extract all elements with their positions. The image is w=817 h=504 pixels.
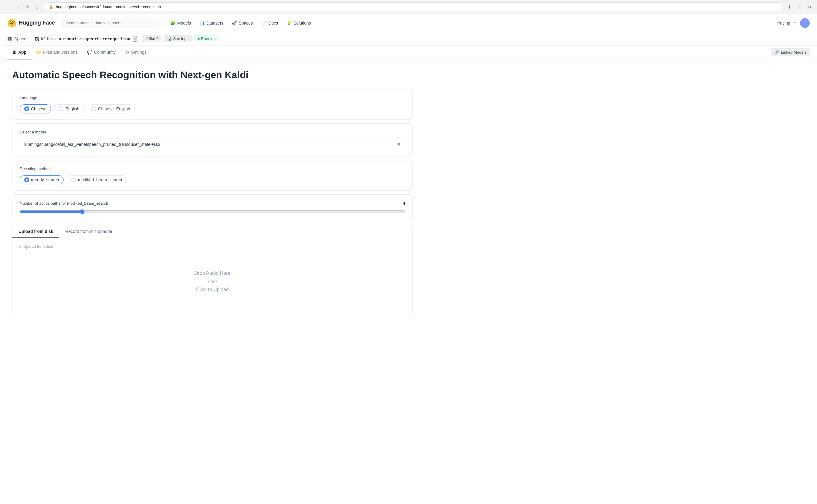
chinese-english-radio-circle — [91, 106, 96, 111]
chinese-radio-label: Chinese — [31, 106, 46, 111]
decoding-option-beam[interactable]: modified_beam_search — [67, 175, 127, 184]
spaces-label: Spaces — [239, 21, 253, 25]
upload-section: Upload from disk Record from microphone … — [12, 225, 413, 317]
hf-navbar: 🤗 Hugging Face 🧩 Models 📊 Datasets 🚀 Spa… — [0, 14, 817, 32]
org-avatar-icon: 🖼 — [35, 36, 39, 41]
upload-disk-tab[interactable]: Upload from disk — [12, 225, 59, 238]
upload-tabs: Upload from disk Record from microphone — [12, 225, 412, 238]
breadcrumb-org[interactable]: k2-fsa — [41, 36, 53, 41]
upload-disk-tab-label: Upload from disk — [18, 229, 53, 234]
browser-nav-buttons: ← → ↺ ⌂ — [4, 3, 41, 11]
page-title: Automatic Speech Recognition with Next-g… — [12, 69, 413, 81]
url-text: huggingface.co/spaces/k2-fsa/automatic-s… — [56, 5, 161, 9]
models-icon: 🧩 — [170, 21, 175, 25]
record-mic-tab[interactable]: Record from microphone — [59, 225, 118, 238]
nav-solutions[interactable]: 💡 Solutions — [283, 18, 315, 28]
model-select-wrapper: luomingshuang/icefall_asr_wenetspeech_pr… — [20, 139, 405, 150]
nav-datasets[interactable]: 📊 Datasets — [196, 18, 227, 28]
pricing-link[interactable]: Pricing — [777, 21, 790, 25]
greedy-radio-label: greedy_search — [31, 177, 59, 182]
see-logs-button[interactable]: 📊 See logs — [163, 35, 192, 42]
hf-search-container — [62, 18, 159, 28]
spaces-grid-icon: ▦ — [7, 36, 12, 42]
share-button[interactable]: ⬆ — [785, 3, 794, 11]
home-button[interactable]: ⌂ — [33, 3, 41, 11]
or-text: - or - — [208, 279, 217, 284]
upload-toolbar: ♫ Upload from disk — [18, 244, 406, 249]
lock-icon: 🔒 — [49, 5, 53, 9]
model-label: Select a model — [20, 130, 405, 134]
like-button[interactable]: ♡ like 0 — [142, 35, 161, 42]
datasets-label: Datasets — [207, 21, 223, 25]
decoding-option-greedy[interactable]: greedy_search — [20, 175, 64, 184]
nav-models[interactable]: 🧩 Models — [166, 18, 194, 28]
tab-files[interactable]: 📁 Files and versions — [31, 45, 82, 59]
upload-drop-zone[interactable]: Drop Audio Here - or - Click to Upload — [18, 252, 406, 311]
settings-tab-icon: ⚙ — [125, 50, 129, 55]
upload-area: ♫ Upload from disk Drop Audio Here - or … — [12, 238, 412, 317]
app-tabs: 🖥 App 📁 Files and versions 💬 Community ⚙… — [0, 45, 817, 59]
linked-models-button[interactable]: 🔗 Linked Models — [771, 48, 810, 56]
beam-search-card: Number of active paths for modified_beam… — [12, 194, 413, 221]
breadcrumb-spaces-label: Spaces: — [14, 36, 30, 41]
files-tab-icon: 📁 — [36, 50, 41, 55]
logs-icon: 📊 — [167, 36, 172, 41]
language-label: Language — [20, 96, 405, 100]
app-tab-label: App — [18, 50, 26, 55]
linked-models-label: Linked Models — [781, 50, 806, 55]
greedy-radio-circle — [24, 177, 29, 182]
like-count: 0 — [156, 36, 158, 41]
music-icon: ♫ — [18, 244, 22, 249]
nav-spaces[interactable]: 🚀 Spaces — [228, 18, 257, 28]
decoding-radio-group: greedy_search modified_beam_search — [20, 175, 405, 184]
community-tab-label: Community — [94, 50, 116, 55]
tab-app[interactable]: 🖥 App — [7, 45, 31, 59]
model-select[interactable]: luomingshuang/icefall_asr_wenetspeech_pr… — [20, 139, 405, 150]
beam-search-value: 4 — [403, 201, 405, 206]
language-option-chinese[interactable]: Chinese — [20, 104, 51, 113]
address-bar[interactable]: 🔒 huggingface.co/spaces/k2-fsa/automatic… — [44, 2, 783, 11]
chinese-english-radio-label: Chinese+English — [98, 106, 130, 111]
decoding-card: Decoding method greedy_search modified_b… — [12, 160, 413, 191]
more-menu-icon[interactable]: ≡ — [794, 21, 796, 25]
breadcrumb-repo[interactable]: automatic-speech-recognition — [59, 36, 130, 41]
copy-button[interactable]: ⧉ — [133, 36, 137, 42]
spaces-icon: 🚀 — [232, 21, 237, 25]
tab-community[interactable]: 💬 Community — [82, 45, 120, 59]
settings-tab-label: Settings — [131, 50, 146, 55]
forward-button[interactable]: → — [13, 3, 22, 11]
see-logs-label: See logs — [173, 36, 188, 41]
main-content: Automatic Speech Recognition with Next-g… — [0, 59, 425, 327]
language-option-chinese-english[interactable]: Chinese+English — [87, 104, 134, 113]
browser-chrome: ← → ↺ ⌂ 🔒 huggingface.co/spaces/k2-fsa/a… — [0, 0, 817, 14]
like-label: like — [149, 36, 155, 41]
solutions-label: Solutions — [294, 21, 311, 25]
bookmark-button[interactable]: ☆ — [795, 3, 804, 11]
avatar[interactable] — [800, 18, 810, 28]
language-radio-group: Chinese English Chinese+English — [20, 104, 405, 113]
language-option-english[interactable]: English — [54, 104, 84, 113]
beam-search-label: Number of active paths for modified_beam… — [20, 201, 108, 206]
hf-nav-right: Pricing ≡ — [777, 18, 810, 28]
breadcrumb: ▦ Spaces: 🖼 k2-fsa / automatic-speech-re… — [0, 32, 817, 45]
beam-radio-circle — [71, 177, 76, 182]
browser-toolbar: ← → ↺ ⌂ 🔒 huggingface.co/spaces/k2-fsa/a… — [0, 0, 817, 14]
status-dot — [197, 38, 200, 40]
beam-radio-label: modified_beam_search — [78, 177, 122, 182]
refresh-button[interactable]: ↺ — [23, 3, 32, 11]
docs-icon: 📄 — [261, 21, 267, 25]
chinese-radio-circle — [24, 106, 29, 111]
decoding-label: Decoding method — [20, 166, 405, 171]
beam-search-slider[interactable] — [20, 209, 405, 214]
hf-logo[interactable]: 🤗 Hugging Face — [7, 19, 55, 27]
tab-settings[interactable]: ⚙ Settings — [120, 45, 151, 59]
status-badge: Running — [194, 35, 219, 42]
search-input[interactable] — [62, 18, 159, 28]
hf-logo-icon: 🤗 — [7, 19, 16, 27]
heart-icon: ♡ — [144, 36, 148, 41]
nav-docs[interactable]: 📄 Docs — [258, 18, 282, 28]
extensions-button[interactable]: ⚙ — [805, 3, 813, 11]
click-text: Click to Upload — [196, 287, 229, 292]
back-button[interactable]: ← — [4, 3, 12, 11]
community-tab-icon: 💬 — [87, 50, 92, 55]
